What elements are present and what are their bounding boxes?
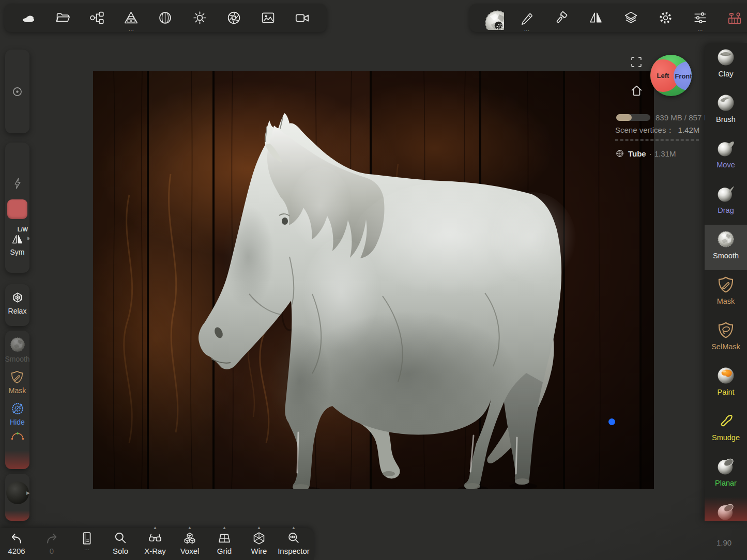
history-button[interactable]: …: [70, 531, 103, 551]
tool-mask[interactable]: Mask: [705, 270, 747, 316]
fullscreen-button[interactable]: [630, 55, 643, 69]
symmetry-button[interactable]: [584, 6, 608, 30]
intensity-slider-panel[interactable]: L/W ▶ Sym: [5, 143, 29, 273]
home-view-button[interactable]: [630, 84, 644, 98]
background-button[interactable]: [256, 6, 280, 30]
mask-shield-icon: [9, 369, 25, 385]
tool-planar[interactable]: Planar: [705, 452, 747, 497]
drag-sphere-icon: [716, 184, 736, 204]
relax-web-icon: [10, 290, 25, 305]
quick-smooth-button[interactable]: Smooth: [5, 336, 29, 363]
undo-icon: [9, 531, 24, 546]
gizmo-tool-button-partial[interactable]: [7, 430, 28, 440]
wireframe-icon: [252, 531, 266, 546]
active-tool-preview-button[interactable]: [480, 6, 504, 30]
pencil-icon: [520, 11, 534, 25]
more-dots: …: [524, 27, 529, 31]
xray-label: X-Ray: [144, 547, 166, 555]
material-expand-arrow[interactable]: ▶: [26, 490, 29, 495]
sculpt-tools-panel: Clay Brush Move Drag Smooth Mask SelMask: [705, 43, 747, 521]
wire-button[interactable]: ▲ Wire: [242, 531, 276, 555]
orientation-gizmo[interactable]: Left Front: [650, 55, 692, 96]
settings-button[interactable]: [653, 6, 677, 30]
postprocess-button[interactable]: [222, 6, 246, 30]
nomad-logo-button[interactable]: [17, 6, 40, 30]
tool-partial-next[interactable]: [705, 497, 747, 521]
paintbrush-icon: [554, 10, 569, 25]
tool-smooth-label: Smooth: [713, 252, 739, 260]
radius-slider-panel[interactable]: [5, 50, 29, 133]
stroke-settings-button[interactable]: …: [515, 6, 539, 30]
more-dots: …: [84, 546, 90, 551]
lighting-button[interactable]: [188, 6, 211, 30]
sculpt-viewport-canvas[interactable]: [93, 71, 654, 489]
sym-expand-arrow[interactable]: ▶: [27, 236, 29, 241]
solo-label: Solo: [113, 547, 128, 555]
grid-icon: [217, 531, 232, 546]
grid-button[interactable]: ▲ Grid: [208, 531, 241, 555]
symmetry-group[interactable]: L/W ▶ Sym: [5, 226, 29, 256]
video-camera-icon: [295, 10, 310, 26]
tool-brush[interactable]: Brush: [705, 88, 747, 134]
voxel-cubes-icon: [182, 531, 197, 546]
layers-button[interactable]: [619, 6, 643, 30]
material-button[interactable]: [154, 6, 177, 30]
object-row-tube[interactable]: Tube · 1.31M: [615, 149, 676, 158]
tool-planar-label: Planar: [715, 479, 737, 487]
horse-model: [93, 71, 654, 489]
main-toolbar-right: … …: [469, 4, 747, 32]
scene-graph-button[interactable]: [85, 6, 109, 30]
mirror-icon: [588, 10, 603, 25]
smooth-rock-icon: [716, 229, 736, 249]
magnifier-icon: [113, 531, 128, 546]
tool-clay[interactable]: Clay: [705, 43, 747, 88]
inspector-eye-icon: [286, 531, 301, 546]
tool-drag[interactable]: Drag: [705, 179, 747, 225]
interface-button[interactable]: …: [688, 6, 712, 30]
scene-vertices-value: 1.42M: [678, 126, 700, 134]
sym-label: Sym: [5, 248, 29, 256]
sym-shortcut-label: L/W: [5, 226, 29, 232]
files-button[interactable]: [51, 6, 74, 30]
nomad-sculpt-app: Left Front 839 MB / 857 M Scene vertices…: [0, 0, 747, 560]
redo-button[interactable]: 0: [35, 531, 68, 555]
background-image-icon: [261, 10, 276, 25]
sliders-icon: [693, 10, 708, 25]
xray-button[interactable]: ▲ X-Ray: [139, 531, 172, 555]
wire-label: Wire: [251, 547, 267, 555]
tool-paint-label: Paint: [717, 388, 734, 396]
tool-smudge[interactable]: Smudge: [705, 407, 747, 452]
inspector-button[interactable]: ▲ Inspector: [277, 531, 310, 555]
grid-label: Grid: [217, 547, 232, 555]
bottom-toolbar: 4206 0 … Solo ▲ X-Ray ▲ Voxel ▲ Grid: [0, 528, 314, 560]
topology-icon: [124, 10, 139, 25]
tool-paint[interactable]: Paint: [705, 361, 747, 407]
material-sphere-preview[interactable]: [6, 481, 29, 504]
debug-toolbox-button[interactable]: [723, 6, 746, 30]
zoom-level-indicator: 1.90: [716, 538, 731, 547]
tool-move[interactable]: Move: [705, 134, 747, 179]
quick-mask-button[interactable]: Mask: [9, 369, 26, 395]
caret-up-icon: ▲: [153, 525, 157, 530]
tool-selmask-label: SelMask: [711, 343, 740, 351]
object-name: Tube: [628, 149, 646, 158]
intensity-bolt-icon: [11, 177, 24, 190]
voxel-button[interactable]: ▲ Voxel: [173, 531, 206, 555]
material-preview-panel[interactable]: ▶: [5, 474, 29, 521]
quick-mask-label: Mask: [9, 386, 26, 395]
pivot-point-indicator: [608, 418, 615, 425]
relax-tool-panel[interactable]: Relax: [5, 284, 29, 326]
object-vertex-count: 1.31M: [654, 149, 676, 158]
tool-selmask[interactable]: SelMask: [705, 316, 747, 361]
tool-smooth[interactable]: Smooth: [705, 225, 747, 270]
solo-button[interactable]: Solo: [104, 531, 137, 555]
redo-icon: [44, 531, 59, 546]
tool-clay-label: Clay: [718, 70, 733, 78]
undo-button[interactable]: 4206: [0, 531, 33, 555]
camera-button[interactable]: [291, 6, 314, 30]
falloff-swatch-button[interactable]: [7, 199, 27, 219]
painting-button[interactable]: [550, 6, 573, 30]
toolbox-icon: [727, 10, 742, 26]
topology-button[interactable]: …: [119, 6, 143, 30]
quick-hide-button[interactable]: Hide: [10, 401, 25, 426]
